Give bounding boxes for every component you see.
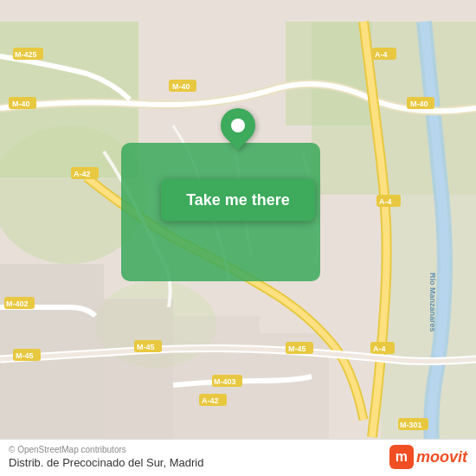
svg-text:A-42: A-42 xyxy=(202,396,219,405)
copyright-text: © OpenStreetMap contributors xyxy=(9,445,203,454)
svg-text:M-40: M-40 xyxy=(172,82,190,91)
svg-text:A-4: A-4 xyxy=(379,197,392,206)
svg-text:A-42: A-42 xyxy=(74,170,91,178)
svg-text:A-4: A-4 xyxy=(375,50,388,59)
svg-text:M-45: M-45 xyxy=(16,351,34,360)
svg-text:M-402: M-402 xyxy=(6,299,29,308)
svg-text:M-403: M-403 xyxy=(214,377,236,386)
moovit-logo: m moovit xyxy=(389,445,467,469)
svg-text:M-301: M-301 xyxy=(400,421,422,429)
svg-text:M-45: M-45 xyxy=(137,343,155,351)
svg-text:M-45: M-45 xyxy=(288,344,306,353)
bottom-bar: © OpenStreetMap contributors Distrib. de… xyxy=(0,439,476,476)
svg-text:M-40: M-40 xyxy=(12,100,30,108)
take-me-there-button[interactable]: Take me there xyxy=(161,179,315,222)
map-background: M-40 M-40 M-40 A-4 A-4 A-4 A-42 A-42 M-4… xyxy=(0,0,476,476)
moovit-logo-icon: m xyxy=(389,445,414,469)
svg-text:Río Manzanares: Río Manzanares xyxy=(428,273,437,332)
map-pin xyxy=(221,108,255,143)
moovit-brand-text: moovit xyxy=(416,448,467,466)
svg-text:M-425: M-425 xyxy=(15,50,37,59)
moovit-m-letter: m xyxy=(396,449,408,465)
svg-rect-8 xyxy=(104,299,173,454)
bottom-info: © OpenStreetMap contributors Distrib. de… xyxy=(9,445,203,469)
map-container: M-40 M-40 M-40 A-4 A-4 A-4 A-42 A-42 M-4… xyxy=(0,0,476,476)
svg-text:A-4: A-4 xyxy=(373,344,386,353)
svg-text:M-40: M-40 xyxy=(410,100,428,108)
location-name: Distrib. de Precocinado del Sur, Madrid xyxy=(9,456,203,469)
